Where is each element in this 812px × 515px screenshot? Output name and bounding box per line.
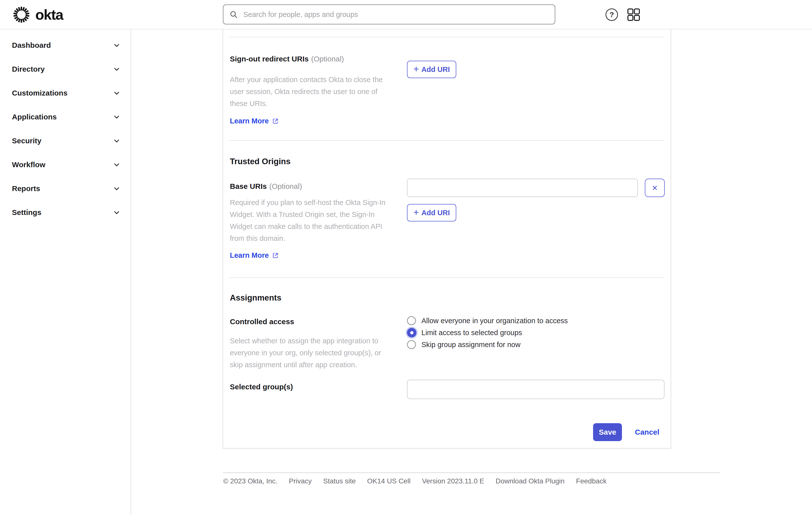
- trusted-learn-more-link[interactable]: Learn More: [230, 251, 279, 259]
- apps-grid-icon: [627, 8, 640, 21]
- okta-starburst-icon: [13, 6, 30, 23]
- section-divider: [229, 140, 664, 141]
- optional-tag: (Optional): [311, 55, 344, 63]
- close-icon: ×: [652, 183, 658, 193]
- signout-add-uri-button[interactable]: + Add URI: [407, 61, 456, 78]
- sidebar-item-applications[interactable]: Applications: [0, 105, 130, 129]
- radio-label[interactable]: Skip group assignment for now: [422, 341, 520, 349]
- footer-link-feedback[interactable]: Feedback: [576, 477, 607, 485]
- section-divider: [229, 37, 664, 37]
- radio-box: [407, 328, 418, 337]
- selected-groups-label: Selected group(s): [230, 383, 293, 391]
- controlled-access-radio-group: Allow everyone in your organization to a…: [407, 315, 568, 350]
- question-icon: ?: [609, 10, 614, 19]
- sidebar-item-dashboard[interactable]: Dashboard: [0, 33, 130, 57]
- radio-label[interactable]: Limit access to selected groups: [422, 328, 522, 337]
- sidebar-item-label: Applications: [12, 113, 57, 121]
- footer-copyright: © 2023 Okta, Inc.: [223, 477, 278, 485]
- chevron-down-icon: [113, 113, 120, 120]
- base-uri-input[interactable]: [407, 179, 638, 197]
- signout-learn-more-link[interactable]: Learn More: [230, 117, 279, 125]
- sidebar-item-settings[interactable]: Settings: [0, 201, 130, 224]
- radio-option-skip-assignment[interactable]: Skip group assignment for now: [407, 339, 568, 350]
- chevron-down-icon: [113, 42, 120, 49]
- section-divider: [229, 277, 664, 278]
- okta-logo[interactable]: okta: [13, 3, 63, 26]
- signout-description: After your application contacts Okta to …: [230, 74, 395, 110]
- assignments-heading: Assignments: [230, 293, 281, 303]
- sidebar-item-label: Directory: [12, 65, 45, 74]
- base-uris-label: Base URIs(Optional): [230, 182, 302, 191]
- remove-uri-button[interactable]: ×: [645, 179, 665, 197]
- footer-link-download-plugin[interactable]: Download Okta Plugin: [496, 477, 564, 485]
- top-header: okta ?: [0, 0, 812, 29]
- radio-button[interactable]: [407, 340, 416, 349]
- add-uri-text: Add URI: [422, 65, 450, 74]
- signout-label-text: Sign-out redirect URIs: [230, 55, 309, 63]
- radio-label[interactable]: Allow everyone in your organization to a…: [422, 317, 568, 325]
- selected-groups-input[interactable]: [407, 380, 665, 399]
- controlled-access-description: Select whether to assign the app integra…: [230, 335, 395, 371]
- footer-cell-label: OK14 US Cell: [367, 477, 410, 485]
- chevron-down-icon: [113, 90, 120, 96]
- footer: © 2023 Okta, Inc. Privacy Status site OK…: [223, 477, 607, 485]
- learn-more-text: Learn More: [230, 117, 269, 125]
- footer-link-privacy[interactable]: Privacy: [289, 477, 312, 485]
- controlled-access-label: Controlled access: [230, 317, 294, 326]
- sidebar-item-workflow[interactable]: Workflow: [0, 153, 130, 177]
- sidebar-item-label: Dashboard: [12, 41, 51, 50]
- radio-button[interactable]: [407, 328, 416, 337]
- trusted-origins-heading: Trusted Origins: [230, 157, 291, 166]
- chevron-down-icon: [113, 66, 120, 73]
- sidebar-item-label: Reports: [12, 184, 40, 193]
- app-settings-card: Sign-out redirect URIs(Optional) After y…: [223, 29, 671, 449]
- external-link-icon: [272, 117, 279, 125]
- sidebar-item-label: Security: [12, 137, 41, 145]
- base-uris-label-text: Base URIs: [230, 182, 267, 190]
- radio-option-allow-everyone[interactable]: Allow everyone in your organization to a…: [407, 315, 568, 327]
- radio-dot: [410, 331, 413, 334]
- radio-box: [407, 340, 418, 349]
- help-button[interactable]: ?: [606, 8, 618, 21]
- sidebar-item-label: Customizations: [12, 89, 67, 97]
- global-search: [223, 4, 555, 24]
- radio-box: [407, 316, 418, 325]
- learn-more-text: Learn More: [230, 251, 269, 259]
- trusted-origins-description: Required if you plan to self-host the Ok…: [230, 197, 395, 244]
- footer-link-status-site[interactable]: Status site: [323, 477, 356, 485]
- controlled-access-label-text: Controlled access: [230, 317, 294, 326]
- sidebar-item-directory[interactable]: Directory: [0, 57, 130, 81]
- page: okta ? Dashboard Direct: [0, 0, 812, 515]
- chevron-down-icon: [113, 185, 120, 192]
- sidebar-item-label: Settings: [12, 208, 41, 217]
- footer-divider: [223, 473, 720, 473]
- signout-redirect-uris-label: Sign-out redirect URIs(Optional): [230, 55, 344, 63]
- selected-groups-label-text: Selected group(s): [230, 383, 293, 391]
- apps-grid-button[interactable]: [627, 8, 640, 21]
- sidebar-item-customizations[interactable]: Customizations: [0, 81, 130, 105]
- plus-icon: +: [413, 64, 419, 74]
- sidebar-item-security[interactable]: Security: [0, 129, 130, 153]
- plus-icon: +: [413, 207, 419, 217]
- search-icon: [229, 10, 238, 19]
- sidebar-nav: Dashboard Directory Customizations Appli…: [0, 29, 131, 515]
- okta-wordmark: okta: [35, 7, 63, 22]
- chevron-down-icon: [113, 209, 120, 216]
- radio-option-limit-access[interactable]: Limit access to selected groups: [407, 327, 568, 339]
- external-link-icon: [272, 252, 279, 259]
- search-input[interactable]: [243, 10, 549, 19]
- radio-button[interactable]: [407, 316, 416, 325]
- chevron-down-icon: [113, 137, 120, 144]
- cancel-button[interactable]: Cancel: [635, 423, 659, 441]
- sidebar-item-label: Workflow: [12, 161, 45, 169]
- sidebar-item-reports[interactable]: Reports: [0, 177, 130, 201]
- save-button[interactable]: Save: [593, 423, 622, 441]
- footer-version-label: Version 2023.11.0 E: [422, 477, 484, 485]
- add-uri-text: Add URI: [422, 209, 450, 217]
- trusted-add-uri-button[interactable]: + Add URI: [407, 204, 456, 222]
- chevron-down-icon: [113, 161, 120, 168]
- optional-tag: (Optional): [269, 182, 302, 190]
